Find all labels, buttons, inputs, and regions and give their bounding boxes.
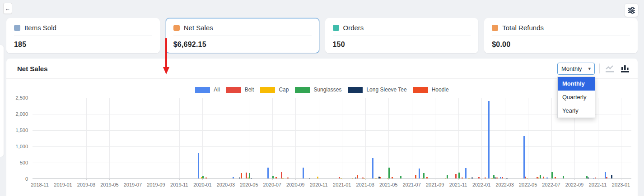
interval-option-quarterly[interactable]: Quarterly bbox=[558, 91, 595, 104]
bar-2021-05-sunglasses[interactable] bbox=[388, 168, 390, 178]
interval-option-monthly[interactable]: Monthly bbox=[558, 77, 595, 91]
bar-2021-01-cap[interactable] bbox=[341, 178, 342, 178]
bar-2021-02-cap[interactable] bbox=[352, 178, 353, 178]
bar-2020-11-cap[interactable] bbox=[317, 177, 318, 178]
y-gridline bbox=[33, 98, 631, 98]
filter-settings-button[interactable] bbox=[624, 3, 639, 17]
bar-2022-05-all[interactable] bbox=[523, 136, 525, 178]
bar-2020-05-long-sleeve-tee[interactable] bbox=[251, 178, 252, 178]
bar-2022-01-hoodie[interactable] bbox=[485, 178, 486, 178]
legend-label: Cap bbox=[279, 87, 289, 93]
x-axis-tick-label: 2022-11 bbox=[589, 182, 607, 187]
back-button[interactable]: ← bbox=[3, 3, 12, 14]
bar-2021-08-sunglasses[interactable] bbox=[423, 173, 425, 178]
bar-2020-07-all[interactable] bbox=[267, 168, 269, 178]
stat-card-net-sales[interactable]: Net Sales$6,692.15 bbox=[166, 18, 319, 53]
sliders-icon bbox=[627, 6, 635, 14]
legend-item-cap[interactable]: Cap bbox=[260, 87, 289, 93]
x-axis-tick bbox=[551, 178, 552, 180]
y-gridline bbox=[33, 114, 631, 114]
bar-2020-10-all[interactable] bbox=[303, 168, 304, 178]
x-axis-tick-label: 2021-01 bbox=[333, 182, 351, 187]
x-axis-tick bbox=[319, 178, 319, 180]
line-chart-toggle-button[interactable] bbox=[604, 64, 615, 73]
stat-value: 185 bbox=[14, 41, 152, 49]
bar-2021-11-sunglasses[interactable] bbox=[458, 173, 460, 178]
bar-2022-06-sunglasses[interactable] bbox=[540, 175, 541, 178]
y-gridline bbox=[33, 163, 631, 163]
bar-2021-11-hoodie[interactable] bbox=[462, 178, 463, 178]
stat-card-items-sold[interactable]: Items Sold185 bbox=[6, 18, 160, 53]
y-axis-tick-label: 500 bbox=[20, 160, 28, 165]
bar-2020-07-sunglasses[interactable] bbox=[272, 176, 274, 178]
y-gridline bbox=[33, 130, 631, 131]
bar-2021-05-hoodie[interactable] bbox=[392, 177, 393, 178]
legend-item-hoodie[interactable]: Hoodie bbox=[413, 87, 449, 93]
x-axis-tick-label: 2019-07 bbox=[124, 182, 142, 187]
legend-item-all[interactable]: All bbox=[195, 87, 219, 93]
bar-2021-02-hoodie[interactable] bbox=[357, 175, 358, 178]
bar-2022-07-sunglasses[interactable] bbox=[551, 172, 553, 178]
bar-2021-04-hoodie[interactable] bbox=[380, 177, 381, 178]
bar-2021-08-hoodie[interactable] bbox=[426, 177, 428, 178]
stat-card-header: Orders bbox=[333, 24, 471, 36]
y-gridline bbox=[33, 146, 631, 147]
bar-2020-01-sunglasses[interactable] bbox=[202, 176, 204, 178]
bar-2022-06-hoodie[interactable] bbox=[543, 177, 544, 178]
x-axis-tick-label: 2021-03 bbox=[356, 182, 374, 187]
interval-option-yearly[interactable]: Yearly bbox=[558, 104, 595, 118]
bar-2020-04-all[interactable] bbox=[233, 177, 234, 178]
bar-2020-07-hoodie[interactable] bbox=[275, 177, 277, 178]
x-gridline bbox=[435, 98, 435, 178]
bar-2021-12-long-sleeve-tee[interactable] bbox=[471, 178, 473, 178]
x-axis-tick-label: 2020-01 bbox=[193, 182, 211, 187]
bar-2021-04-all[interactable] bbox=[372, 158, 373, 178]
bar-2020-01-hoodie[interactable] bbox=[205, 178, 207, 178]
interval-select-value: Monthly bbox=[561, 65, 582, 72]
stat-color-chip-icon bbox=[492, 25, 498, 31]
legend-item-sunglasses[interactable]: Sunglasses bbox=[295, 87, 341, 93]
y-axis-tick-label: 1,500 bbox=[15, 128, 28, 133]
legend-item-long-sleeve-tee[interactable]: Long Sleeve Tee bbox=[348, 87, 406, 93]
bar-2020-08-cap[interactable] bbox=[282, 178, 284, 178]
stat-card-orders[interactable]: Orders150 bbox=[325, 18, 479, 53]
collapsed-drawer-edge[interactable] bbox=[0, 45, 4, 157]
bar-2021-12-all[interactable] bbox=[465, 168, 467, 178]
interval-select[interactable]: Monthly ▾ MonthlyQuarterlyYearly bbox=[557, 63, 595, 75]
stat-card-total-refunds[interactable]: Total Refunds$0.00 bbox=[484, 18, 638, 53]
bar-2021-07-hoodie[interactable] bbox=[415, 175, 416, 178]
bar-2022-12-long-sleeve-tee[interactable] bbox=[611, 175, 612, 178]
bar-2021-06-sunglasses[interactable] bbox=[400, 176, 401, 178]
legend-label: Hoodie bbox=[432, 87, 449, 93]
x-axis-tick bbox=[365, 178, 366, 180]
x-axis-tick bbox=[179, 178, 180, 180]
bar-2020-08-hoodie[interactable] bbox=[287, 178, 289, 178]
y-axis-tick-label: 1,000 bbox=[15, 144, 28, 149]
bar-2020-10-long-sleeve-tee[interactable] bbox=[309, 178, 310, 178]
bar-2022-07-all[interactable] bbox=[546, 178, 548, 178]
bar-2022-03-belt[interactable] bbox=[502, 177, 503, 178]
bar-2022-01-belt[interactable] bbox=[478, 177, 480, 178]
bar-2020-04-hoodie[interactable] bbox=[241, 173, 242, 178]
bar-2022-11-belt[interactable] bbox=[595, 178, 596, 178]
bar-chart-toggle-button[interactable] bbox=[620, 64, 630, 73]
bar-2021-12-cap[interactable] bbox=[468, 178, 470, 178]
bar-2022-02-all[interactable] bbox=[488, 101, 490, 178]
legend-item-belt[interactable]: Belt bbox=[226, 87, 254, 93]
x-axis-tick bbox=[109, 178, 110, 180]
bar-2022-07-hoodie[interactable] bbox=[555, 177, 556, 178]
bar-2022-03-long-sleeve-tee[interactable] bbox=[506, 178, 508, 178]
bar-2022-02-hoodie[interactable] bbox=[496, 178, 498, 178]
bar-2022-05-cap[interactable] bbox=[527, 178, 528, 178]
bar-2022-08-sunglasses[interactable] bbox=[563, 176, 564, 178]
bar-2021-08-all[interactable] bbox=[419, 169, 420, 178]
y-axis-tick-label: 0 bbox=[25, 176, 28, 182]
bar-2021-04-cap[interactable] bbox=[375, 178, 377, 178]
bar-2022-12-belt[interactable] bbox=[606, 177, 607, 178]
bar-2020-01-all[interactable] bbox=[198, 153, 199, 178]
bar-2022-10-long-sleeve-tee[interactable] bbox=[588, 178, 589, 178]
stat-label: Total Refunds bbox=[502, 24, 544, 32]
bar-2021-11-belt[interactable] bbox=[455, 174, 457, 178]
bar-2021-10-sunglasses[interactable] bbox=[447, 175, 448, 178]
bar-2021-03-cap[interactable] bbox=[364, 178, 365, 178]
